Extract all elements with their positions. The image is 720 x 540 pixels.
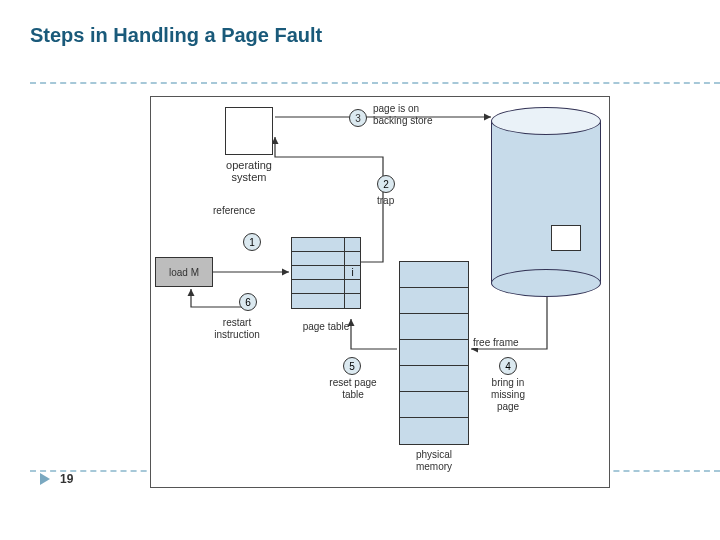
reference-label: reference: [213, 205, 255, 216]
free-frame-row: [400, 340, 468, 366]
step-6-label: restartinstruction: [207, 317, 267, 341]
step-5-circle: 5: [343, 357, 361, 375]
page-table: i: [291, 237, 361, 309]
invalid-bit-cell: i: [344, 266, 360, 279]
free-frame-label: free frame: [471, 337, 521, 348]
page-number: 19: [60, 472, 73, 486]
page-table-label: page table: [291, 321, 361, 332]
load-m-box: load M: [155, 257, 213, 287]
slide-title: Steps in Handling a Page Fault: [30, 24, 322, 47]
step-6-circle: 6: [239, 293, 257, 311]
os-label: operatingsystem: [209, 159, 289, 183]
page-arrow-icon: [40, 473, 54, 485]
step-2-label: trap: [377, 195, 394, 206]
step-2-circle: 2: [377, 175, 395, 193]
page-fault-diagram: operatingsystem 3 page is onbacking stor…: [150, 96, 610, 488]
step-1-circle: 1: [243, 233, 261, 251]
step-5-label: reset pagetable: [323, 377, 383, 401]
step-3-label: page is onbacking store: [373, 103, 453, 127]
physical-memory: [399, 261, 469, 445]
step-3-circle: 3: [349, 109, 367, 127]
os-box: [225, 107, 273, 155]
physical-memory-label: physicalmemory: [399, 449, 469, 473]
step-4-label: bring inmissingpage: [473, 377, 543, 413]
disk-page-box: [551, 225, 581, 251]
step-4-circle: 4: [499, 357, 517, 375]
divider-top: [30, 82, 720, 84]
backing-store-cylinder: [491, 107, 601, 297]
svg-marker-1: [40, 473, 50, 485]
page-footer: 19: [40, 472, 73, 486]
